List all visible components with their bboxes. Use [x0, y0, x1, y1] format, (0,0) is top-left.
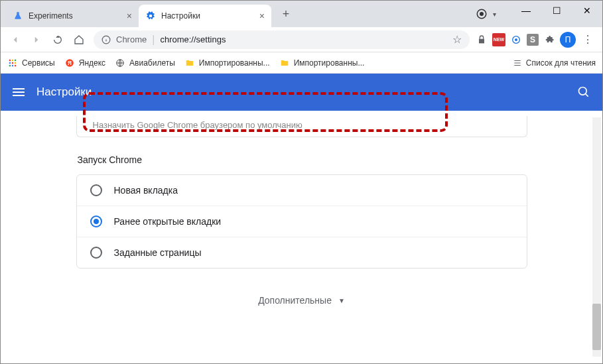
- toolbar: Chrome | chrome://settings ☆ NEW S П ⋮: [1, 27, 602, 52]
- profile-avatar[interactable]: П: [560, 32, 576, 48]
- bookmarks-bar: Сервисы Я Яндекс Авиабилеты Импортирован…: [1, 52, 602, 74]
- svg-rect-14: [15, 64, 16, 66]
- svg-rect-9: [9, 62, 11, 63]
- svg-rect-12: [9, 64, 11, 66]
- browser-menu-button[interactable]: ⋮: [578, 30, 597, 49]
- extension-icons: NEW S П: [475, 32, 576, 48]
- s-ext-icon[interactable]: S: [527, 34, 539, 46]
- folder-icon: [184, 58, 195, 68]
- apps-icon: [7, 58, 18, 68]
- new-tab-button[interactable]: +: [277, 5, 295, 23]
- svg-rect-10: [12, 62, 13, 63]
- svg-rect-6: [9, 59, 11, 60]
- url-text: chrome://settings: [160, 34, 226, 44]
- default-browser-text: Назначить Google Chrome браузером по умо…: [76, 116, 527, 137]
- bookmark-imported-2[interactable]: Импортированны...: [279, 58, 365, 68]
- radio-label: Ранее открытые вкладки: [114, 216, 222, 227]
- window-controls: — ☐ ✕: [511, 1, 602, 21]
- yandex-icon: Я: [64, 58, 75, 68]
- reading-list-button[interactable]: Список для чтения: [513, 58, 596, 68]
- address-bar[interactable]: Chrome | chrome://settings ☆: [94, 30, 470, 49]
- close-window-button[interactable]: ✕: [572, 1, 602, 21]
- flask-icon: [13, 11, 23, 21]
- settings-title: Настройки: [36, 86, 92, 99]
- divider: |: [152, 34, 155, 46]
- radio-icon: [90, 215, 102, 227]
- close-tab-icon[interactable]: ×: [259, 11, 265, 21]
- globe-icon: [115, 58, 125, 68]
- radio-new-tab[interactable]: Новая вкладка: [77, 175, 527, 206]
- home-button[interactable]: [70, 30, 88, 49]
- bookmark-yandex[interactable]: Я Яндекс: [64, 58, 105, 68]
- close-tab-icon[interactable]: ×: [127, 11, 132, 21]
- new-badge-icon[interactable]: NEW: [492, 33, 505, 46]
- settings-content: Назначить Google Chrome браузером по умо…: [1, 111, 602, 363]
- radio-label: Заданные страницы: [114, 247, 202, 258]
- maximize-button[interactable]: ☐: [541, 1, 572, 21]
- circle-ext-icon[interactable]: [509, 33, 523, 46]
- bookmark-label: Яндекс: [79, 58, 105, 68]
- advanced-toggle[interactable]: Дополнительные ▼: [76, 269, 527, 312]
- minimize-button[interactable]: —: [511, 1, 541, 21]
- radio-icon: [90, 184, 102, 196]
- startup-options-card: Новая вкладка Ранее открытые вкладки Зад…: [76, 174, 527, 269]
- chevron-down-icon: ▼: [338, 297, 345, 304]
- svg-point-1: [480, 12, 484, 16]
- caret-down-icon[interactable]: ▾: [493, 11, 496, 18]
- forward-button[interactable]: [27, 30, 46, 49]
- search-button[interactable]: [577, 86, 590, 99]
- svg-rect-3: [479, 38, 484, 43]
- chrome-label: Chrome: [116, 34, 147, 44]
- radio-specific-pages[interactable]: Заданные страницы: [77, 237, 527, 268]
- bookmark-imported-1[interactable]: Импортированны...: [184, 58, 270, 68]
- svg-rect-13: [12, 64, 13, 66]
- radio-icon: [90, 247, 102, 259]
- radio-label: Новая вкладка: [114, 185, 178, 196]
- bookmark-label: Сервисы: [22, 58, 55, 68]
- scrollbar-thumb[interactable]: [592, 304, 601, 350]
- svg-rect-11: [15, 62, 16, 63]
- bookmark-star-icon[interactable]: ☆: [452, 33, 462, 46]
- folder-icon: [279, 58, 290, 68]
- list-icon: [513, 58, 522, 68]
- startup-section-title: Запуск Chrome: [76, 137, 527, 174]
- svg-rect-8: [15, 59, 16, 60]
- gear-icon: [145, 11, 156, 21]
- settings-header: Настройки: [1, 74, 602, 111]
- target-icon[interactable]: [476, 8, 488, 20]
- advanced-label: Дополнительные: [258, 295, 332, 306]
- puzzle-ext-icon[interactable]: [543, 33, 556, 46]
- svg-point-18: [579, 88, 587, 95]
- bookmark-label: Импортированны...: [294, 58, 365, 68]
- bookmark-flights[interactable]: Авиабилеты: [115, 58, 175, 68]
- svg-point-5: [515, 38, 517, 41]
- lock-ext-icon[interactable]: [475, 33, 488, 46]
- back-button[interactable]: [6, 30, 25, 49]
- hamburger-menu-button[interactable]: [13, 88, 25, 96]
- radio-continue-tabs[interactable]: Ранее открытые вкладки: [77, 206, 527, 237]
- reload-button[interactable]: [48, 30, 67, 49]
- svg-text:Я: Я: [68, 60, 72, 66]
- reading-list-label: Список для чтения: [526, 58, 596, 68]
- svg-rect-7: [12, 59, 13, 60]
- bookmark-services[interactable]: Сервисы: [7, 58, 55, 68]
- tab-experiments[interactable]: Experiments ×: [6, 5, 139, 27]
- tab-title: Настройки: [161, 11, 254, 21]
- info-icon[interactable]: [101, 35, 111, 44]
- bookmark-label: Импортированны...: [199, 58, 270, 68]
- bookmark-label: Авиабилеты: [129, 58, 175, 68]
- tab-title: Experiments: [29, 11, 121, 21]
- tab-settings[interactable]: Настройки ×: [139, 5, 271, 27]
